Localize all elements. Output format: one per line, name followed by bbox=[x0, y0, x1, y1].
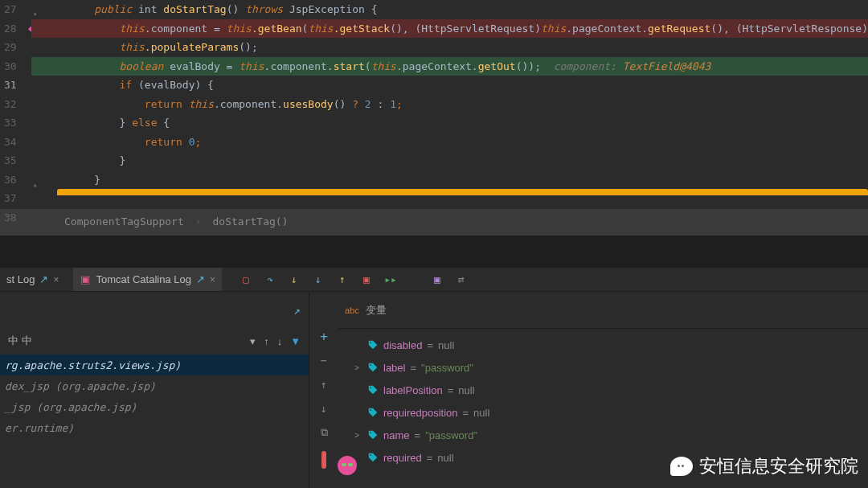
svg-point-1 bbox=[370, 364, 371, 366]
drop-frame-icon[interactable]: ▣ bbox=[360, 273, 373, 286]
tag-icon bbox=[367, 429, 379, 441]
variables-list[interactable]: disabled = null>label = "password"labelP… bbox=[338, 329, 868, 469]
tool-tab-stlog[interactable]: st Log ↗ × bbox=[0, 268, 65, 291]
threads-label: 中 中 bbox=[8, 334, 32, 348]
svg-rect-7 bbox=[348, 463, 353, 466]
show-execution-point-icon[interactable]: ▢ bbox=[240, 273, 252, 286]
settings-icon[interactable]: ⇄ bbox=[455, 273, 468, 286]
tag-icon bbox=[367, 384, 379, 396]
arrow-up-icon[interactable]: ↑ bbox=[264, 335, 269, 347]
code-area[interactable]: ▾ public int doStartTag() throws JspExce… bbox=[31, 0, 868, 209]
remove-watch-icon[interactable]: − bbox=[317, 353, 331, 367]
variable-row[interactable]: disabled = null bbox=[354, 334, 868, 356]
variable-value: null bbox=[438, 339, 454, 351]
variable-row[interactable]: >label = "password" bbox=[354, 356, 868, 379]
variable-row[interactable]: required = null bbox=[354, 446, 868, 469]
frame-item[interactable]: _jsp (org.apache.jsp) bbox=[0, 396, 309, 417]
avatar-icon[interactable] bbox=[338, 456, 357, 475]
variable-row[interactable]: >name = "password" bbox=[354, 424, 868, 446]
expand-icon[interactable]: > bbox=[354, 363, 362, 372]
equals-sign: = bbox=[448, 384, 454, 396]
variable-name: requiredposition bbox=[383, 407, 458, 419]
code-line[interactable]: this.component = this.getBean(this.getSt… bbox=[31, 19, 868, 39]
code-line[interactable]: return 0; bbox=[31, 133, 868, 152]
tab-label: Tomcat Catalina Log bbox=[96, 273, 191, 285]
abc-icon: abc bbox=[345, 306, 359, 315]
open-external-icon[interactable]: ↗ bbox=[294, 304, 301, 317]
filter-icon[interactable]: ▼ bbox=[290, 335, 301, 347]
equals-sign: = bbox=[415, 429, 421, 441]
move-up-icon[interactable]: ↑ bbox=[317, 377, 331, 392]
equals-sign: = bbox=[410, 362, 416, 374]
tab-label: st Log bbox=[6, 273, 35, 285]
code-line[interactable]: } bbox=[31, 151, 868, 170]
variable-row[interactable]: labelPosition = null bbox=[354, 379, 868, 401]
line-number: 33 bbox=[0, 113, 17, 133]
line-number: 27 bbox=[0, 0, 17, 19]
frames-list[interactable]: rg.apache.struts2.views.jsp)dex_jsp (org… bbox=[0, 353, 309, 438]
svg-point-3 bbox=[370, 409, 371, 411]
svg-rect-6 bbox=[342, 463, 346, 466]
line-number: 32 bbox=[0, 95, 17, 114]
variable-name: labelPosition bbox=[383, 384, 443, 396]
code-line[interactable]: ▴ } bbox=[31, 170, 868, 190]
move-down-icon[interactable]: ↓ bbox=[317, 401, 331, 416]
frames-panel: ↗ 中 中 ▾ ↑ ↓ ▼ rg.apache.struts2.views.js… bbox=[0, 292, 309, 488]
debug-toolbar: ▢ ↷ ↓ ↓ ↑ ▣ ▸▸ ▣ ⇄ bbox=[230, 273, 468, 286]
code-line[interactable]: this.populateParams(); bbox=[31, 38, 868, 57]
tag-icon bbox=[367, 339, 379, 351]
debug-toolwindow: st Log ↗ × ▣ Tomcat Catalina Log ↗ × ▢ ↷… bbox=[0, 268, 868, 488]
variable-value: "password" bbox=[421, 362, 473, 374]
expand-icon[interactable]: > bbox=[354, 431, 362, 440]
line-number: 34 bbox=[0, 133, 17, 152]
frame-item[interactable]: dex_jsp (org.apache.jsp) bbox=[0, 375, 309, 396]
line-number: 30 bbox=[0, 57, 17, 76]
editor-pane: 27 28 29 30 31 32 33 34 35 36 37 38 ◆ ✔ … bbox=[0, 0, 868, 209]
current-line-number: 31 bbox=[0, 76, 17, 95]
line-number: 36 bbox=[0, 170, 17, 190]
arrow-down-icon[interactable]: ↓ bbox=[277, 335, 283, 347]
code-line[interactable] bbox=[31, 189, 868, 208]
code-line[interactable]: return this.component.usesBody() ? 2 : 1… bbox=[31, 95, 868, 114]
line-number: 38 bbox=[0, 208, 17, 228]
run-to-cursor-icon[interactable]: ▸▸ bbox=[384, 273, 397, 286]
line-number: 29 bbox=[0, 38, 17, 57]
open-external-icon[interactable]: ↗ bbox=[196, 273, 205, 285]
step-into-icon[interactable]: ↓ bbox=[288, 273, 301, 286]
close-icon[interactable]: × bbox=[210, 274, 215, 285]
breadcrumb[interactable]: ComponentTagSupport › doStartTag() bbox=[0, 209, 868, 236]
variables-header-label: 变量 bbox=[366, 303, 387, 318]
add-watch-icon[interactable]: + bbox=[317, 329, 331, 343]
variables-panel: abc 变量 disabled = null>label = "password… bbox=[338, 292, 868, 488]
variable-value: null bbox=[437, 452, 453, 464]
force-step-into-icon[interactable]: ↓ bbox=[312, 273, 325, 286]
code-line[interactable]: ▾ public int doStartTag() throws JspExce… bbox=[31, 0, 868, 19]
svg-point-0 bbox=[370, 342, 371, 343]
code-line[interactable]: } else { bbox=[31, 113, 868, 133]
tag-icon bbox=[367, 452, 379, 463]
variable-name: label bbox=[383, 362, 405, 374]
line-number: 37 bbox=[0, 189, 17, 208]
tool-tab-catalina[interactable]: ▣ Tomcat Catalina Log ↗ × bbox=[73, 268, 222, 291]
step-out-icon[interactable]: ↑ bbox=[336, 273, 349, 286]
code-line[interactable]: if (evalBody) { bbox=[31, 76, 868, 95]
open-external-icon[interactable]: ↗ bbox=[39, 273, 48, 285]
breadcrumb-method[interactable]: doStartTag() bbox=[213, 215, 289, 228]
frame-item[interactable]: er.runtime) bbox=[0, 417, 309, 438]
variable-row[interactable]: requiredposition = null bbox=[354, 401, 868, 424]
close-icon[interactable]: × bbox=[53, 274, 59, 285]
equals-sign: = bbox=[463, 407, 469, 419]
variable-name: required bbox=[383, 452, 422, 464]
line-number: 28 bbox=[0, 19, 17, 39]
chevron-down-icon[interactable]: ▾ bbox=[250, 335, 256, 347]
copy-icon[interactable]: ⧉ bbox=[317, 425, 331, 440]
evaluate-icon[interactable]: ▣ bbox=[431, 273, 444, 286]
threads-selector[interactable]: 中 中 ▾ ↑ ↓ ▼ bbox=[0, 329, 309, 353]
code-line-current[interactable]: boolean evalBody = this.component.start(… bbox=[31, 57, 868, 76]
step-over-icon[interactable]: ↷ bbox=[264, 273, 276, 286]
equals-sign: = bbox=[427, 452, 433, 464]
variable-value: null bbox=[473, 407, 489, 419]
frame-item[interactable]: rg.apache.struts2.views.jsp) bbox=[0, 355, 309, 375]
breadcrumb-class[interactable]: ComponentTagSupport bbox=[64, 215, 184, 228]
variable-value: null bbox=[458, 384, 474, 396]
